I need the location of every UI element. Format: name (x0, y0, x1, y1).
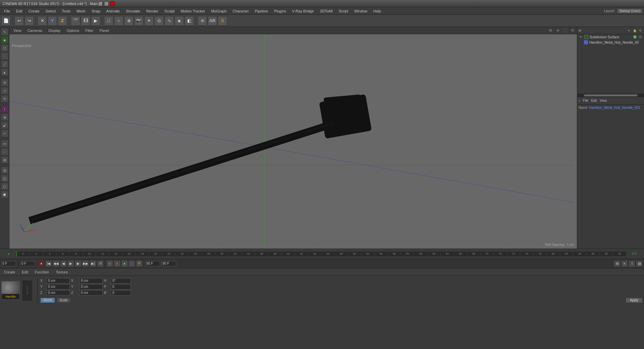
record-pos-button[interactable]: ● (114, 260, 120, 267)
polygon-mode[interactable]: ▲ (1, 69, 8, 76)
new-button[interactable]: 📄 (1, 16, 11, 26)
viewport-view-menu[interactable]: View (11, 28, 24, 33)
spline-tool-left[interactable]: ⌇ (1, 105, 8, 113)
next-key-button[interactable]: ▶▶ (82, 260, 89, 267)
move-button[interactable]: Y (48, 16, 57, 26)
menu-pipeline[interactable]: Pipeline (252, 8, 270, 14)
viewport-settings-icon[interactable]: ⚙ (569, 28, 576, 34)
schematic-button[interactable]: ⊞ (614, 260, 621, 267)
menu-mesh[interactable]: Mesh (74, 8, 88, 14)
h-rotation-field[interactable] (111, 278, 131, 283)
first-frame-button[interactable]: |◀ (45, 260, 52, 267)
cinema4d-tool-a[interactable]: ⬢ (1, 191, 8, 198)
viewport-options-menu[interactable]: Options (64, 28, 82, 33)
hamilton-object-item[interactable]: Hamilton_Metal_Hub_Needle_00 (577, 40, 644, 45)
timeline-button[interactable]: ≡ (621, 260, 628, 267)
rotate-tool-left[interactable]: ↻ (1, 95, 8, 102)
ar-button[interactable]: AR (208, 16, 217, 26)
y-position-field[interactable] (46, 284, 70, 290)
scale-mode-button[interactable]: Scale (56, 298, 71, 303)
redo-button[interactable]: ↪ (24, 16, 34, 26)
viewport[interactable]: View Cameras Display Options Filter Pane… (9, 27, 577, 249)
menu-create[interactable]: Create (26, 8, 42, 14)
cube-button[interactable]: □ (104, 16, 113, 26)
pointer-tool[interactable]: ↖ (1, 28, 8, 36)
null-button[interactable]: ⊙ (154, 16, 164, 26)
extrude-tool[interactable]: ⊞ (1, 156, 8, 164)
loop-cut-tool[interactable]: ⋯ (1, 148, 8, 156)
z-size-field[interactable] (79, 290, 103, 296)
brush-tool[interactable]: 🖌 (1, 122, 8, 129)
viewport-filter-menu[interactable]: Filter (83, 28, 96, 33)
bottom-function-menu[interactable]: Function (32, 269, 52, 275)
close-button[interactable] (110, 1, 115, 6)
keyframe-button[interactable]: ⊹ (106, 260, 113, 267)
menu-character[interactable]: Character (230, 8, 251, 14)
fps-field[interactable] (161, 261, 176, 266)
move-tool-left[interactable]: ✛ (1, 79, 8, 86)
last-frame-button[interactable]: ▶| (90, 260, 96, 267)
x-position-field[interactable] (46, 278, 70, 283)
next-frame-button[interactable]: ▶ (75, 260, 82, 267)
smooth-tool[interactable]: ≈ (1, 130, 8, 137)
maximize-button[interactable] (104, 1, 109, 6)
deformer-button[interactable]: ◈ (175, 16, 184, 26)
render-to-picture-viewer[interactable]: 🎬 (71, 16, 80, 26)
loop-button[interactable]: ↺ (97, 260, 104, 267)
record-scale-button[interactable]: ● (129, 260, 135, 267)
cylinder-button[interactable]: ⊕ (124, 16, 134, 26)
point-mode[interactable]: · (1, 52, 8, 60)
apply-button[interactable]: Apply (626, 298, 643, 303)
menu-simulate[interactable]: Simulate (123, 8, 143, 14)
model-mode[interactable]: ■ (1, 36, 8, 44)
viewport-camera-icon[interactable]: ⊞ (547, 28, 553, 34)
subdiv-render-toggle[interactable] (639, 35, 642, 39)
menu-edit[interactable]: Edit (13, 8, 25, 14)
scale-button[interactable]: Z (58, 16, 67, 26)
viewport-panel-menu[interactable]: Panel (97, 28, 112, 33)
menu-motion-tracker[interactable]: Motion Tracker (178, 8, 208, 14)
om-settings-icon[interactable]: ⚙ (638, 28, 643, 33)
timeline-track[interactable]: 0 2 4 6 8 10 12 14 16 18 20 22 24 26 28 … (16, 252, 626, 256)
motion-clip-button[interactable]: ▤ (636, 260, 643, 267)
bottom-texture-menu[interactable]: Texture (53, 269, 70, 275)
menu-plugins[interactable]: Plugins (271, 8, 289, 14)
bake-tool[interactable]: ⬡ (1, 183, 8, 190)
om-filter-icon[interactable]: ▼ (627, 28, 631, 33)
interactive-render[interactable]: ▶ (91, 16, 100, 26)
subdiv-expand-icon[interactable]: ▼ (579, 35, 582, 39)
menu-select[interactable]: Select (43, 8, 59, 14)
end-frame-field[interactable] (145, 261, 160, 266)
render-settings[interactable]: 🎞 (81, 16, 90, 26)
minimize-button[interactable] (98, 1, 103, 6)
hair-button[interactable]: ≋ (198, 16, 207, 26)
menu-file[interactable]: File (1, 8, 13, 14)
group-tool[interactable]: ◰ (1, 175, 8, 182)
scale-tool-left[interactable]: ⤢ (1, 87, 8, 94)
edit-mode[interactable]: ⬡ (1, 44, 8, 52)
bottom-create-menu[interactable]: Create (1, 269, 18, 275)
spline-button[interactable]: ∿ (164, 16, 174, 26)
python-button[interactable]: S (218, 16, 227, 26)
play-button[interactable]: ▶ (67, 260, 74, 267)
prev-key-button[interactable]: ◀◀ (53, 260, 59, 267)
z-position-field[interactable] (46, 290, 70, 296)
right-scrollbar-thumb[interactable] (584, 94, 638, 96)
camera-button[interactable]: 📷 (134, 16, 144, 26)
b-rotation-field[interactable] (111, 290, 131, 296)
menu-script[interactable]: Script (336, 8, 351, 14)
material-preview[interactable]: Hamilto (1, 281, 20, 300)
x-size-field[interactable] (79, 278, 103, 283)
f-curve-button[interactable]: ⌇ (629, 260, 635, 267)
world-mode-button[interactable]: World (40, 298, 55, 303)
attr-edit-tab[interactable]: Edit (591, 99, 597, 102)
viewport-zoom-icon[interactable]: ⊕ (555, 28, 561, 34)
undo-button[interactable]: ↩ (14, 16, 24, 26)
light-button[interactable]: ☀ (144, 16, 154, 26)
edge-mode[interactable]: ╱ (1, 60, 8, 68)
attr-object-name[interactable]: Hamilton_Metal_Hub_Needle_001 (589, 106, 640, 110)
record-button[interactable]: ● (38, 260, 45, 267)
motion-path-button[interactable]: P (136, 260, 143, 267)
menu-mograph[interactable]: MoGraph (208, 8, 229, 14)
p-rotation-field[interactable] (111, 284, 131, 290)
